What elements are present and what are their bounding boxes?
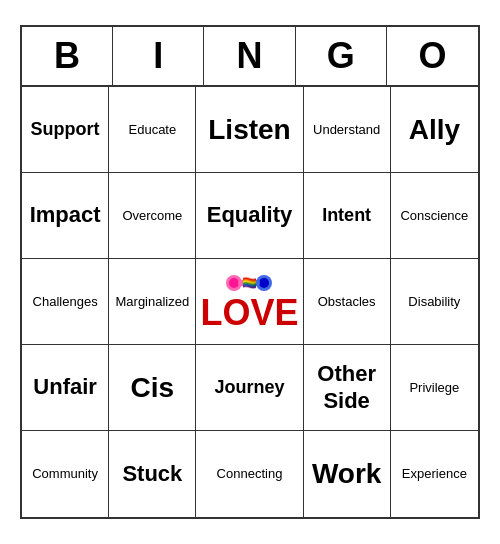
header-letter: I (113, 27, 204, 85)
cell-text: Ally (409, 113, 460, 147)
cell-text: Marginalized (116, 294, 190, 310)
cell-text: Equality (207, 202, 293, 228)
svg-point-4 (259, 278, 269, 288)
bingo-cell: Disability (391, 259, 478, 345)
cell-text: Overcome (122, 208, 182, 224)
cell-text: Experience (402, 466, 467, 482)
bingo-cell: Stuck (109, 431, 196, 517)
bingo-cell: Conscience (391, 173, 478, 259)
bingo-cell: Equality (196, 173, 303, 259)
love-image: 🏳️‍🌈LOVE (200, 272, 298, 331)
svg-point-1 (229, 278, 239, 288)
bingo-cell: Other Side (304, 345, 391, 431)
bingo-grid: SupportEducateListenUnderstandAllyImpact… (22, 87, 478, 517)
cell-text: Work (312, 457, 382, 491)
bingo-cell: Cis (109, 345, 196, 431)
bingo-cell: Marginalized (109, 259, 196, 345)
cell-text: Unfair (33, 374, 97, 400)
cell-text: Obstacles (318, 294, 376, 310)
bingo-cell: Challenges (22, 259, 109, 345)
bingo-card: BINGO SupportEducateListenUnderstandAlly… (20, 25, 480, 519)
bingo-cell: Work (304, 431, 391, 517)
cell-text: Connecting (217, 466, 283, 482)
cell-text: Stuck (122, 461, 182, 487)
bingo-cell: Intent (304, 173, 391, 259)
cell-text: Understand (313, 122, 380, 138)
cell-text: Privilege (409, 380, 459, 396)
bingo-cell: Unfair (22, 345, 109, 431)
bingo-cell: Educate (109, 87, 196, 173)
bingo-cell: Privilege (391, 345, 478, 431)
bingo-cell: Connecting (196, 431, 303, 517)
cell-text: Listen (208, 113, 290, 147)
cell-text: Conscience (400, 208, 468, 224)
cell-text: Other Side (308, 361, 386, 414)
cell-text: Disability (408, 294, 460, 310)
cell-text: Educate (129, 122, 177, 138)
bingo-cell: Support (22, 87, 109, 173)
bingo-cell: Ally (391, 87, 478, 173)
cell-text: Community (32, 466, 98, 482)
header-letter: O (387, 27, 478, 85)
header-letter: G (296, 27, 387, 85)
bingo-cell: Journey (196, 345, 303, 431)
cell-text: Support (31, 119, 100, 141)
cell-text: Challenges (33, 294, 98, 310)
bingo-cell: 🏳️‍🌈LOVE (196, 259, 303, 345)
header-letter: N (204, 27, 295, 85)
cell-text: Impact (30, 202, 101, 228)
header-letter: B (22, 27, 113, 85)
svg-text:🏳️‍🌈: 🏳️‍🌈 (242, 275, 257, 290)
bingo-header: BINGO (22, 27, 478, 87)
bingo-cell: Impact (22, 173, 109, 259)
cell-text: Cis (131, 371, 175, 405)
bingo-cell: Obstacles (304, 259, 391, 345)
love-text: LOVE (200, 295, 298, 331)
bingo-cell: Understand (304, 87, 391, 173)
cell-text: Intent (322, 205, 371, 227)
cell-text: Journey (214, 377, 284, 399)
bingo-cell: Listen (196, 87, 303, 173)
bingo-cell: Overcome (109, 173, 196, 259)
bingo-cell: Community (22, 431, 109, 517)
bingo-cell: Experience (391, 431, 478, 517)
